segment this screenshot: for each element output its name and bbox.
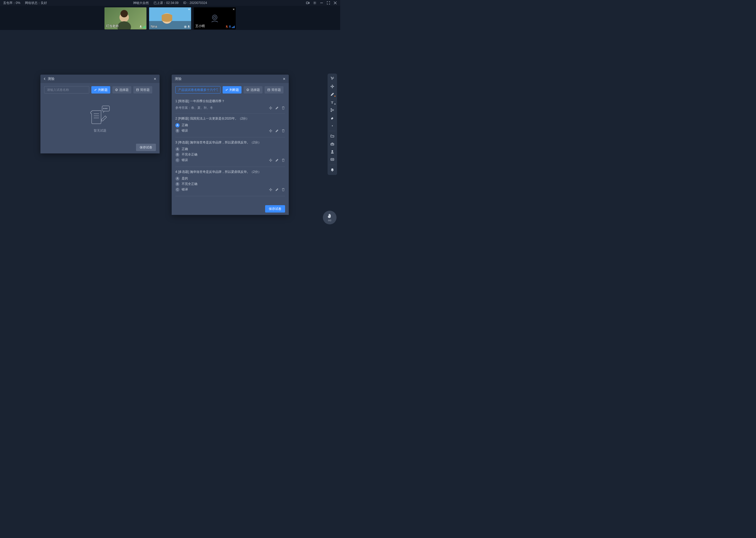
svg-point-30 <box>116 89 118 91</box>
raise-hand-count: 0/2 <box>328 219 332 222</box>
svg-point-21 <box>331 108 332 110</box>
option-bubble: B <box>175 153 179 157</box>
move-question-icon[interactable] <box>269 188 272 191</box>
minimize-icon[interactable] <box>320 1 323 5</box>
chip-short[interactable]: 简答题 <box>264 86 283 93</box>
question-title: 3 [单选题] 施华洛世奇是反华品牌，所以梁鼎琪反华。（2分） <box>175 140 285 145</box>
chip-choice[interactable]: 选择题 <box>244 86 262 93</box>
option-row[interactable]: B不完全正确 <box>175 182 285 186</box>
quiz-panel-empty: 测验 ✕ 判断题 选择题 简答题 暂无试题 保存试卷 <box>40 75 160 153</box>
hand-icon <box>327 213 332 219</box>
move-question-icon[interactable] <box>269 129 272 133</box>
chip-short[interactable]: 简答题 <box>133 86 152 93</box>
person-icon[interactable] <box>329 148 336 155</box>
edit-question-icon[interactable] <box>275 106 279 110</box>
option-row[interactable]: C错译 <box>175 187 285 192</box>
svg-point-13 <box>185 27 186 27</box>
question-list[interactable]: 1 [简答题] 一年四季分别是哪四季？参考答案：春、夏、秋、冬 2 [判断题] … <box>172 96 289 203</box>
save-quiz-button[interactable]: 保存试卷 <box>136 144 156 151</box>
folder-icon[interactable] <box>329 133 336 139</box>
svg-rect-31 <box>136 89 139 91</box>
right-toolbar: T <box>328 74 337 175</box>
edit-question-icon[interactable] <box>275 158 279 162</box>
option-bubble: A <box>175 147 179 151</box>
edit-question-icon[interactable] <box>275 188 279 191</box>
back-icon[interactable] <box>44 78 46 80</box>
move-question-icon[interactable] <box>269 106 272 110</box>
svg-rect-14 <box>188 26 189 27</box>
option-row[interactable]: A正确 <box>175 123 285 128</box>
video-tile[interactable]: 叮当老师 <box>105 7 147 29</box>
option-row[interactable]: C错误 <box>175 158 285 162</box>
video-tile[interactable]: ✕ Nina <box>149 7 191 29</box>
chip-judge[interactable]: 判断题 <box>91 86 110 93</box>
mic-icon <box>229 25 231 28</box>
option-label: 不完全正确 <box>182 152 197 157</box>
reference-answer: 参考答案：春、夏、秋、冬 <box>175 106 285 110</box>
svg-rect-8 <box>140 26 141 27</box>
mic-muted-icon <box>225 25 228 28</box>
svg-point-1 <box>314 2 315 3</box>
svg-point-7 <box>120 10 128 17</box>
bell-icon[interactable] <box>329 167 336 173</box>
eraser-tool-icon[interactable] <box>329 115 336 121</box>
svg-rect-41 <box>268 89 270 91</box>
packet-loss-label: 丢包率：0% <box>3 1 20 5</box>
mic-icon <box>139 25 142 28</box>
close-panel-icon[interactable]: ✕ <box>154 77 157 81</box>
option-row[interactable]: B错误 <box>175 129 285 133</box>
chat-icon[interactable] <box>329 156 336 163</box>
option-bubble: C <box>175 158 179 162</box>
svg-point-36 <box>107 108 107 109</box>
video-tile[interactable]: ✕ 王小明 <box>194 7 236 29</box>
option-row[interactable]: B不完全正确 <box>175 152 285 157</box>
svg-point-16 <box>214 16 216 19</box>
chip-judge[interactable]: 判断题 <box>223 86 242 93</box>
fullscreen-icon[interactable] <box>327 1 330 5</box>
elapsed-time: 已上课：02:34:09 <box>154 1 178 5</box>
empty-state-icon <box>89 105 111 126</box>
svg-point-6 <box>117 21 131 29</box>
svg-rect-0 <box>306 2 308 4</box>
pointer-tool-icon[interactable] <box>329 75 336 82</box>
close-window-icon[interactable] <box>333 1 337 5</box>
chip-choice[interactable]: 选择题 <box>112 86 131 93</box>
quiz-name-input[interactable] <box>44 86 89 93</box>
top-bar: 丢包率：0% 网络状态：良好 神秘大自然 已上课：02:34:09 ID：202… <box>0 0 340 6</box>
delete-question-icon[interactable] <box>281 129 285 133</box>
svg-point-22 <box>331 111 332 112</box>
toolbox-icon[interactable] <box>329 140 336 147</box>
empty-label: 暂无试题 <box>94 129 106 133</box>
close-video-icon[interactable]: ✕ <box>188 8 190 11</box>
svg-point-25 <box>332 150 333 152</box>
delete-question-icon[interactable] <box>281 106 285 110</box>
question-item: 2 [判断题] 我国宪法上一次更新是在2020年。（2分）A正确B错误 <box>175 114 285 137</box>
option-bubble: A <box>175 123 179 128</box>
scissors-tool-icon[interactable] <box>329 107 336 114</box>
svg-point-15 <box>213 15 217 20</box>
option-row[interactable]: A正确 <box>175 147 285 151</box>
move-tool-icon[interactable] <box>329 83 336 90</box>
delete-question-icon[interactable] <box>281 158 285 162</box>
video-name-label: 王小明 <box>195 24 205 28</box>
pen-tool-icon[interactable] <box>329 91 336 98</box>
video-name-label: 叮当老师 <box>106 24 118 28</box>
question-item: 4 [多选题] 施华洛世奇是反华品牌，所以梁鼎琪反华。（2分）A是的B不完全正确… <box>175 167 285 196</box>
save-quiz-button[interactable]: 保存试卷 <box>265 205 285 213</box>
delete-question-icon[interactable] <box>281 188 285 191</box>
edit-question-icon[interactable] <box>275 129 279 133</box>
camera-toggle-icon[interactable] <box>306 1 310 5</box>
settings-icon[interactable] <box>313 1 316 5</box>
text-tool-icon[interactable]: T <box>329 99 336 106</box>
question-item: 1 [简答题] 一年四季分别是哪四季？参考答案：春、夏、秋、冬 <box>175 96 285 114</box>
brightness-tool-icon[interactable] <box>329 123 336 129</box>
quiz-name-input[interactable] <box>175 86 220 93</box>
panel-title: 测验 <box>48 77 55 81</box>
close-video-icon[interactable]: ✕ <box>233 8 235 11</box>
svg-point-23 <box>332 125 333 126</box>
raise-hand-button[interactable]: 0/2 <box>323 211 337 224</box>
question-title: 2 [判断题] 我国宪法上一次更新是在2020年。（2分） <box>175 116 285 121</box>
move-question-icon[interactable] <box>269 158 272 162</box>
option-row[interactable]: A是的 <box>175 176 285 181</box>
close-panel-icon[interactable]: ✕ <box>283 77 286 81</box>
